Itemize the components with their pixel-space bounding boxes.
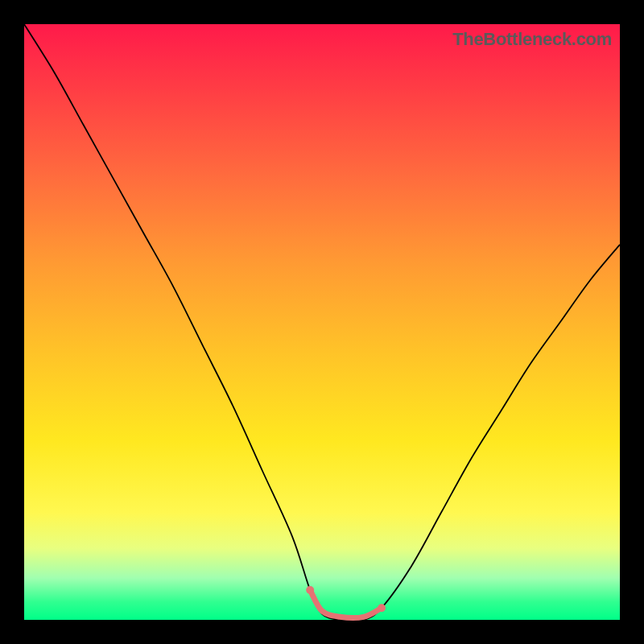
flat-segment-start-dot bbox=[306, 586, 314, 594]
curve-layer bbox=[24, 24, 620, 620]
bottleneck-curve bbox=[24, 24, 620, 621]
flat-segment-end-dot bbox=[378, 604, 386, 612]
chart-plot-area: TheBottleneck.com bbox=[24, 24, 620, 620]
